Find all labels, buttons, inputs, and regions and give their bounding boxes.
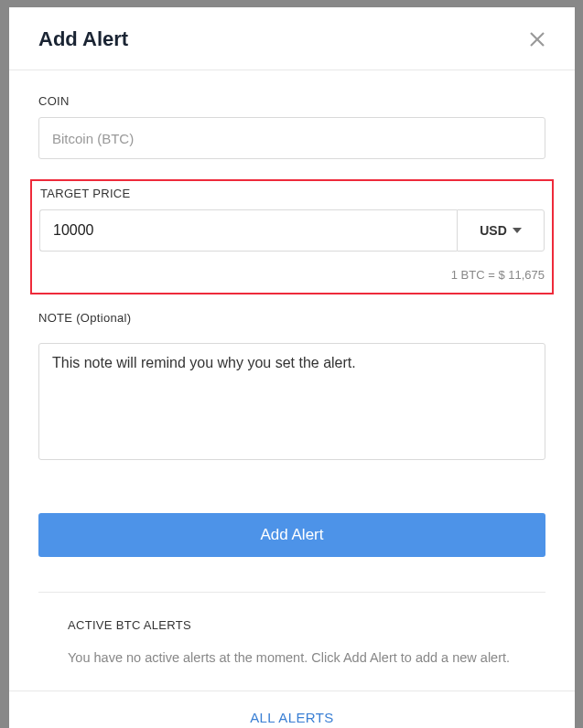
modal-body: COIN TARGET PRICE USD 1 BTC = $ 11,675 N… [9, 70, 575, 691]
currency-label: USD [480, 223, 507, 238]
currency-select[interactable]: USD [457, 209, 545, 252]
modal-title: Add Alert [38, 27, 128, 51]
price-row: USD [39, 209, 545, 252]
all-alerts-footer: ALL ALERTS [9, 691, 575, 728]
active-alerts-section: ACTIVE BTC ALERTS You have no active ale… [38, 592, 545, 691]
note-field-group: NOTE (Optional) [38, 311, 545, 464]
chevron-down-icon [513, 228, 522, 233]
target-price-label: TARGET PRICE [40, 187, 545, 200]
add-alert-modal: Add Alert COIN TARGET PRICE USD [9, 7, 575, 728]
modal-header: Add Alert [9, 7, 575, 70]
all-alerts-link[interactable]: ALL ALERTS [250, 710, 334, 725]
target-price-input[interactable] [39, 209, 457, 252]
no-alerts-message: You have no active alerts at the moment.… [68, 650, 516, 665]
coin-field-group: COIN [38, 94, 545, 159]
add-alert-button[interactable]: Add Alert [38, 513, 545, 557]
coin-input[interactable] [38, 117, 545, 159]
target-price-highlight: TARGET PRICE USD 1 BTC = $ 11,675 [30, 179, 554, 294]
active-alerts-title: ACTIVE BTC ALERTS [68, 618, 516, 632]
note-textarea[interactable] [38, 343, 545, 460]
note-label: NOTE (Optional) [38, 311, 545, 325]
close-icon[interactable] [529, 31, 545, 48]
exchange-rate-text: 1 BTC = $ 11,675 [39, 268, 545, 282]
coin-label: COIN [38, 94, 545, 108]
